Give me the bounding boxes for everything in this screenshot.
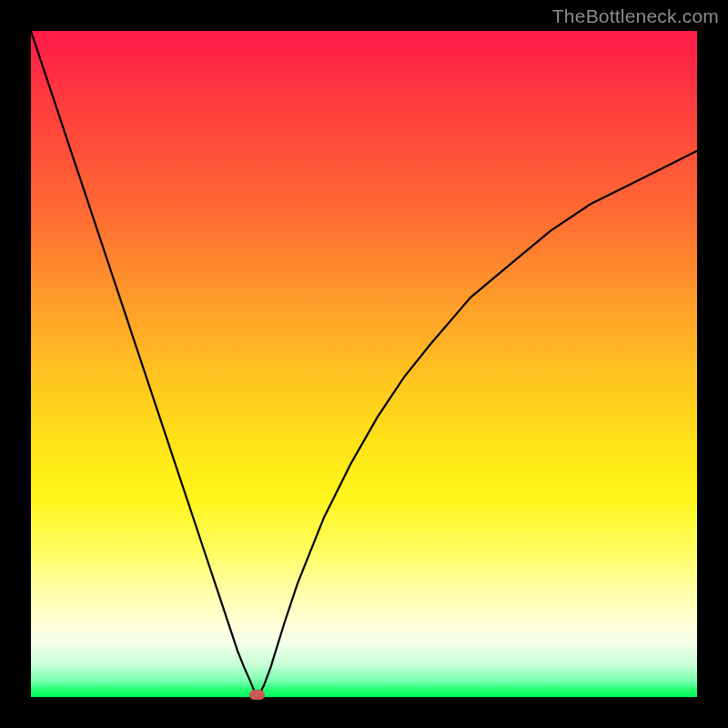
chart-frame: TheBottleneck.com xyxy=(0,0,728,728)
optimal-point-marker xyxy=(249,690,265,700)
watermark-text: TheBottleneck.com xyxy=(552,5,719,27)
bottleneck-curve xyxy=(31,31,697,697)
curve-path xyxy=(31,31,697,694)
chart-plot-area xyxy=(31,31,697,697)
